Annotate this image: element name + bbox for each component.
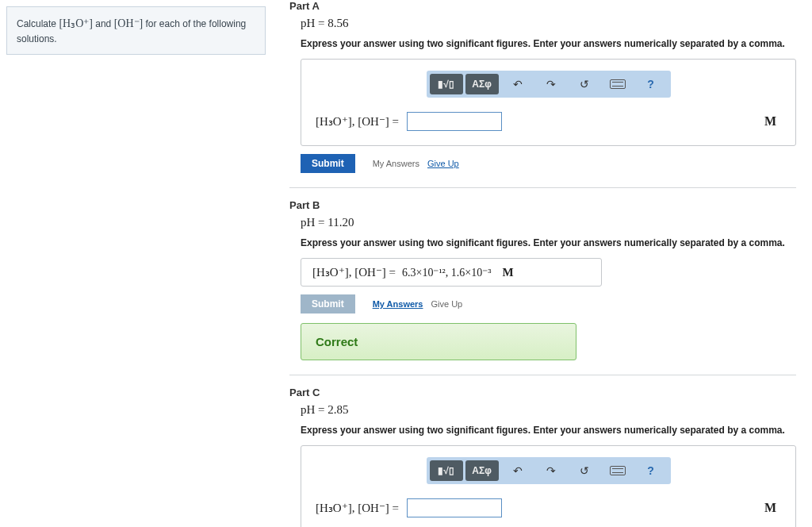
part-c-instructions: Express your answer using two significan… — [301, 425, 796, 436]
reset-icon[interactable]: ↺ — [568, 74, 601, 94]
answer-label: [H₃O⁺], [OH⁻] = — [316, 501, 399, 515]
redo-icon[interactable]: ↷ — [534, 460, 568, 481]
redo-icon[interactable]: ↷ — [534, 74, 568, 94]
unit-label: M — [764, 501, 781, 515]
prompt-mid: and — [95, 18, 113, 29]
answer-label: [H₃O⁺], [OH⁻] = — [316, 114, 399, 129]
part-b-answer-box: [H₃O⁺], [OH⁻] = 6.3×10⁻¹², 1.6×10⁻³ M — [301, 258, 602, 287]
h3o-symbol: [H₃O⁺] — [59, 17, 93, 29]
help-icon[interactable]: ? — [634, 460, 668, 481]
correct-badge: Correct — [301, 323, 576, 360]
help-icon[interactable]: ? — [634, 74, 668, 94]
part-a-ph: pH = 8.56 — [301, 17, 796, 30]
undo-icon[interactable]: ↶ — [501, 460, 534, 481]
divider — [289, 375, 796, 375]
part-b-title: Part B — [289, 199, 796, 211]
unit-label: M — [764, 114, 781, 129]
question-prompt: Calculate [H₃O⁺] and [OH⁻] for each of t… — [6, 6, 266, 55]
part-a-title: Part A — [289, 0, 796, 12]
answer-label: [H₃O⁺], [OH⁻] = — [312, 265, 396, 279]
divider — [289, 187, 796, 188]
part-a-answer-box: ▮√▯ ΑΣφ ↶ ↷ ↺ ? [H₃O⁺], [OH⁻] = M — [301, 59, 796, 146]
prompt-pre: Calculate — [17, 18, 59, 29]
unit-label: M — [502, 266, 513, 279]
part-b-submit-button: Submit — [301, 294, 355, 314]
part-c-ph: pH = 2.85 — [301, 403, 796, 417]
part-c-answer-box: ▮√▯ ΑΣφ ↶ ↷ ↺ ? [H₃O⁺], [OH⁻] = M — [301, 445, 796, 527]
give-up-link: Give Up — [431, 299, 462, 309]
part-a-instructions: Express your answer using two significan… — [301, 38, 796, 49]
part-b-ph: pH = 11.20 — [301, 216, 796, 229]
part-b-value: 6.3×10⁻¹², 1.6×10⁻³ — [402, 266, 491, 279]
give-up-link[interactable]: Give Up — [427, 159, 459, 168]
greek-button[interactable]: ΑΣφ — [465, 74, 499, 94]
my-answers-link[interactable]: My Answers — [373, 159, 419, 168]
reset-icon[interactable]: ↺ — [568, 460, 601, 481]
oh-symbol: [OH⁻] — [114, 17, 144, 29]
my-answers-link[interactable]: My Answers — [373, 299, 423, 309]
greek-button[interactable]: ΑΣφ — [465, 460, 499, 481]
part-c: Part C pH = 2.85 Express your answer usi… — [289, 387, 796, 527]
equation-toolbar: ▮√▯ ΑΣφ ↶ ↷ ↺ ? — [427, 71, 671, 98]
part-c-input[interactable] — [407, 498, 502, 517]
keyboard-icon[interactable] — [601, 460, 634, 481]
part-c-title: Part C — [289, 387, 796, 398]
undo-icon[interactable]: ↶ — [501, 74, 534, 94]
part-a-input[interactable] — [407, 112, 502, 131]
equation-toolbar: ▮√▯ ΑΣφ ↶ ↷ ↺ ? — [427, 457, 671, 484]
keyboard-icon[interactable] — [601, 74, 634, 94]
template-button[interactable]: ▮√▯ — [430, 460, 463, 481]
part-a-submit-button[interactable]: Submit — [301, 154, 355, 173]
part-b: Part B pH = 11.20 Express your answer us… — [289, 199, 796, 360]
template-button[interactable]: ▮√▯ — [430, 74, 463, 94]
part-a: Part A pH = 8.56 Express your answer usi… — [289, 0, 796, 173]
part-b-instructions: Express your answer using two significan… — [301, 237, 796, 248]
